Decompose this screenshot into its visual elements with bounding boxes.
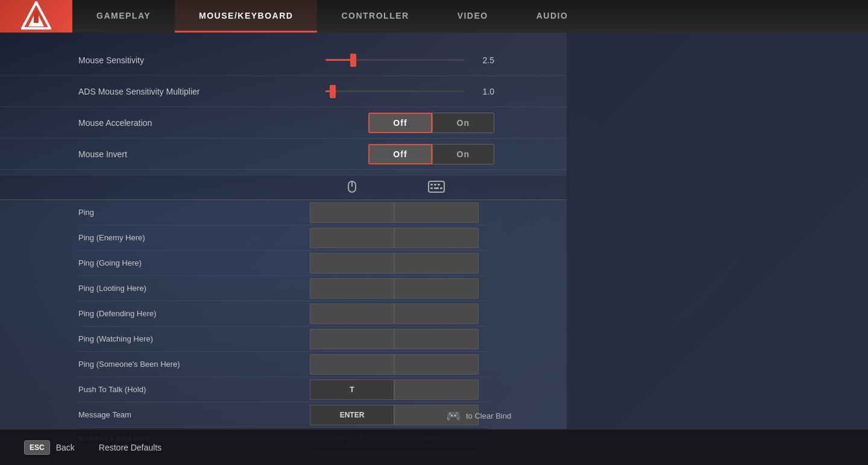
svg-rect-6 bbox=[430, 184, 433, 186]
sensitivity-fill bbox=[326, 59, 353, 61]
keybind-action-label: Ping (Someone's Been Here) bbox=[78, 360, 310, 369]
mouse-acceleration-label: Mouse Acceleration bbox=[78, 118, 368, 128]
keybind-key2-ping-watch[interactable] bbox=[394, 329, 479, 349]
mouse-sensitivity-row: Mouse Sensitivity 2.5 bbox=[0, 45, 567, 76]
keybind-key2-ping-loot[interactable] bbox=[394, 278, 479, 299]
keybind-key2-ping-defend[interactable] bbox=[394, 304, 479, 324]
mouse-invert-toggle: Off On bbox=[368, 144, 494, 164]
ads-sensitivity-slider[interactable] bbox=[319, 90, 470, 92]
ads-sensitivity-value: 1.0 bbox=[470, 87, 494, 96]
keybind-key2-ping-been[interactable] bbox=[394, 354, 479, 375]
keybind-key2-ping-enemy[interactable] bbox=[394, 228, 479, 248]
back-action[interactable]: ESC Back bbox=[24, 440, 75, 455]
mouse-invert-on[interactable]: On bbox=[432, 144, 494, 164]
keybind-key1-pushtotalk[interactable]: T bbox=[310, 379, 394, 400]
top-nav: GAMEPLAY MOUSE/KEYBOARD CONTROLLER VIDEO… bbox=[0, 0, 868, 33]
svg-rect-10 bbox=[434, 187, 439, 189]
keybind-key2-ping[interactable] bbox=[394, 202, 479, 223]
keybind-action-label: Ping (Defending Here) bbox=[78, 309, 310, 318]
svg-rect-8 bbox=[438, 184, 440, 186]
apex-logo bbox=[21, 1, 51, 31]
table-row: Ping (Looting Here) bbox=[78, 276, 488, 301]
keybind-key1-message-team[interactable]: ENTER bbox=[310, 405, 394, 425]
mouse-sensitivity-label: Mouse Sensitivity bbox=[78, 55, 319, 65]
svg-rect-11 bbox=[440, 187, 442, 189]
tab-controller[interactable]: CONTROLLER bbox=[317, 0, 433, 33]
tab-audio[interactable]: AUDIO bbox=[512, 0, 593, 33]
tab-gameplay[interactable]: GAMEPLAY bbox=[72, 0, 175, 33]
table-row: Push To Talk (Hold) T bbox=[78, 377, 488, 402]
table-row: Ping (Someone's Been Here) bbox=[78, 352, 488, 377]
nav-tabs: GAMEPLAY MOUSE/KEYBOARD CONTROLLER VIDEO… bbox=[72, 0, 868, 33]
keybind-key1-ping-defend[interactable] bbox=[310, 304, 394, 324]
mouse-acceleration-toggle: Off On bbox=[368, 113, 494, 133]
mouse-sensitivity-slider[interactable] bbox=[319, 59, 470, 61]
ads-thumb[interactable] bbox=[330, 85, 336, 98]
mouse-acceleration-on[interactable]: On bbox=[432, 113, 494, 133]
mouse-invert-off[interactable]: Off bbox=[368, 144, 432, 164]
svg-rect-7 bbox=[434, 184, 436, 186]
keybind-action-label: Message Team bbox=[78, 410, 310, 419]
main-content: Mouse Sensitivity 2.5 ADS Mouse Sensitiv… bbox=[0, 33, 868, 465]
keybind-action-label: Push To Talk (Hold) bbox=[78, 385, 310, 394]
table-row: Ping (Watching Here) bbox=[78, 326, 488, 352]
mouse-acceleration-row: Mouse Acceleration Off On bbox=[0, 107, 567, 139]
table-row: Ping (Going Here) bbox=[78, 251, 488, 276]
table-row: Ping bbox=[78, 200, 488, 225]
clear-bind-label: to Clear Bind bbox=[466, 411, 511, 420]
keybind-key1-ping-been[interactable] bbox=[310, 354, 394, 375]
restore-defaults-action[interactable]: Restore Defaults bbox=[99, 443, 162, 452]
clear-bind-hint: 🎮 to Clear Bind bbox=[446, 408, 511, 423]
keybind-key2-header-icon bbox=[394, 181, 479, 195]
table-row: Ping (Enemy Here) bbox=[78, 225, 488, 251]
keybind-key2-pushtotalk[interactable] bbox=[394, 379, 479, 400]
keybind-key1-ping-loot[interactable] bbox=[310, 278, 394, 299]
mouse-invert-label: Mouse Invert bbox=[78, 149, 368, 159]
ads-track bbox=[326, 90, 464, 92]
ads-sensitivity-row: ADS Mouse Sensitivity Multiplier 1.0 bbox=[0, 76, 567, 107]
restore-label: Restore Defaults bbox=[99, 443, 162, 452]
keybind-action-label: Ping bbox=[78, 208, 310, 217]
controller-icon: 🎮 bbox=[446, 408, 461, 423]
logo-area bbox=[0, 0, 72, 33]
keybind-key1-ping-enemy[interactable] bbox=[310, 228, 394, 248]
mouse-sensitivity-value: 2.5 bbox=[470, 55, 494, 65]
table-row: Ping (Defending Here) bbox=[78, 301, 488, 326]
sensitivity-thumb[interactable] bbox=[350, 54, 356, 67]
keybind-key1-header-icon bbox=[310, 179, 394, 196]
mouse-invert-row: Mouse Invert Off On bbox=[0, 139, 567, 170]
keybind-action-label: Ping (Watching Here) bbox=[78, 334, 310, 343]
keybind-key1-ping-going[interactable] bbox=[310, 253, 394, 273]
back-label: Back bbox=[56, 443, 75, 452]
keybind-action-label: Ping (Looting Here) bbox=[78, 284, 310, 293]
svg-rect-2 bbox=[34, 11, 39, 23]
keybind-key2-ping-going[interactable] bbox=[394, 253, 479, 273]
keybind-action-label: Ping (Enemy Here) bbox=[78, 233, 310, 242]
keybind-action-label: Ping (Going Here) bbox=[78, 258, 310, 267]
keybind-key1-ping-watch[interactable] bbox=[310, 329, 394, 349]
right-panel bbox=[567, 33, 868, 465]
mouse-acceleration-off[interactable]: Off bbox=[368, 113, 432, 133]
settings-panel: Mouse Sensitivity 2.5 ADS Mouse Sensitiv… bbox=[0, 33, 567, 465]
keybind-column-header bbox=[0, 176, 567, 200]
svg-rect-5 bbox=[429, 181, 444, 192]
bottom-bar: ESC Back Restore Defaults bbox=[0, 429, 868, 465]
table-row: Message Team ENTER bbox=[78, 402, 488, 428]
esc-badge: ESC bbox=[24, 440, 50, 455]
ads-sensitivity-label: ADS Mouse Sensitivity Multiplier bbox=[78, 87, 319, 96]
keybind-key1-ping[interactable] bbox=[310, 202, 394, 223]
tab-mouse-keyboard[interactable]: MOUSE/KEYBOARD bbox=[175, 0, 317, 33]
sensitivity-track bbox=[326, 59, 464, 61]
tab-video[interactable]: VIDEO bbox=[433, 0, 512, 33]
svg-rect-9 bbox=[430, 187, 433, 189]
